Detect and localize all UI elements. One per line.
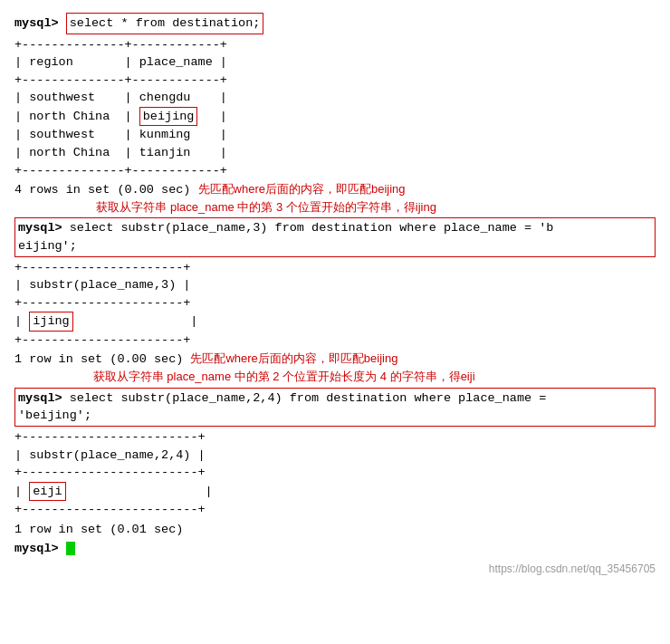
final-prompt-block: mysql>: [14, 540, 656, 558]
table-row-1-3: | southwest | kunming |: [14, 126, 656, 144]
mysql-prompt-2: mysql>: [18, 221, 62, 235]
eiji-cell: eiji: [29, 482, 65, 502]
query-box-1: select * from destination;: [66, 13, 264, 34]
table-divider-1a: +--------------+------------+: [14, 36, 656, 54]
table-block-2: +----------------------+ | substr(place_…: [14, 259, 656, 350]
cursor: [66, 542, 75, 555]
annotation-2b: 获取从字符串 place_name 中的第 2 个位置开始长度为 4 的字符串，…: [14, 369, 656, 386]
annotation-2a: 先匹配where后面的内容，即匹配beijing: [190, 351, 397, 365]
mysql-prompt-3: mysql>: [18, 391, 62, 405]
summary-line-3: 1 row in set (0.01 sec): [14, 521, 656, 539]
beijing-cell: beijing: [139, 107, 198, 127]
query-block-1: mysql> select * from destination;: [14, 13, 656, 34]
query-line-1: mysql> select * from destination;: [14, 13, 656, 34]
mysql-prompt-1: mysql>: [14, 16, 59, 30]
table-row-1-2: | north China | beijing |: [14, 107, 656, 127]
terminal: mysql> select * from destination; +-----…: [7, 7, 663, 582]
table-row-3-1: | eiji |: [14, 482, 656, 502]
query-block-3: mysql> select substr(place_name,2,4) fro…: [14, 388, 656, 427]
table-row-2-1: | ijing |: [14, 312, 656, 332]
table-header-2: | substr(place_name,3) |: [14, 276, 656, 294]
table-header-1: | region | place_name |: [14, 53, 656, 72]
table-row-1-1: | southwest | chengdu |: [14, 89, 656, 107]
table-divider-2c: +----------------------+: [14, 332, 656, 350]
query-block-2: mysql> select substr(place_name,3) from …: [14, 217, 656, 256]
summary-annotation-2: 1 row in set (0.00 sec) 先匹配where后面的内容，即匹…: [14, 351, 656, 385]
table-divider-3a: +------------------------+: [14, 428, 656, 447]
annotation-1b: 获取从字符串 place_name 中的第 3 个位置开始的字符串，得ijing: [14, 199, 656, 216]
query-box-2: mysql> select substr(place_name,3) from …: [14, 217, 656, 256]
table-header-3: | substr(place_name,2,4) |: [14, 447, 656, 465]
summary-line-1: 4 rows in set (0.00 sec) 先匹配where后面的内容，即…: [14, 181, 656, 199]
query-line-2b: eijing';: [18, 237, 652, 255]
table-divider-2b: +----------------------+: [14, 294, 656, 312]
query-line-2a: mysql> select substr(place_name,3) from …: [18, 219, 652, 237]
table-divider-1b: +--------------+------------+: [14, 72, 656, 90]
table-block-3: +------------------------+ | substr(plac…: [14, 428, 656, 519]
query-line-3a: mysql> select substr(place_name,2,4) fro…: [18, 389, 652, 408]
query-box-3: mysql> select substr(place_name,2,4) fro…: [14, 388, 656, 427]
watermark: https://blog.csdn.net/qq_35456705: [14, 562, 656, 577]
mysql-prompt-final: mysql>: [14, 542, 59, 555]
query-line-3b: 'beijing';: [18, 407, 652, 425]
ijing-cell: ijing: [29, 312, 73, 332]
summary-3: 1 row in set (0.01 sec): [14, 521, 656, 539]
final-prompt-line: mysql>: [14, 540, 656, 558]
table-divider-3c: +------------------------+: [14, 501, 656, 519]
table-divider-1c: +--------------+------------+: [14, 162, 656, 180]
table-divider-2a: +----------------------+: [14, 259, 656, 277]
table-row-1-4: | north China | tianjin |: [14, 144, 656, 162]
summary-annotation-1: 4 rows in set (0.00 sec) 先匹配where后面的内容，即…: [14, 181, 656, 216]
table-block-1: +--------------+------------+ | region |…: [14, 36, 656, 180]
table-divider-3b: +------------------------+: [14, 464, 656, 482]
annotation-1a: 先匹配where后面的内容，即匹配beijing: [198, 182, 406, 196]
summary-line-2: 1 row in set (0.00 sec) 先匹配where后面的内容，即匹…: [14, 351, 656, 369]
